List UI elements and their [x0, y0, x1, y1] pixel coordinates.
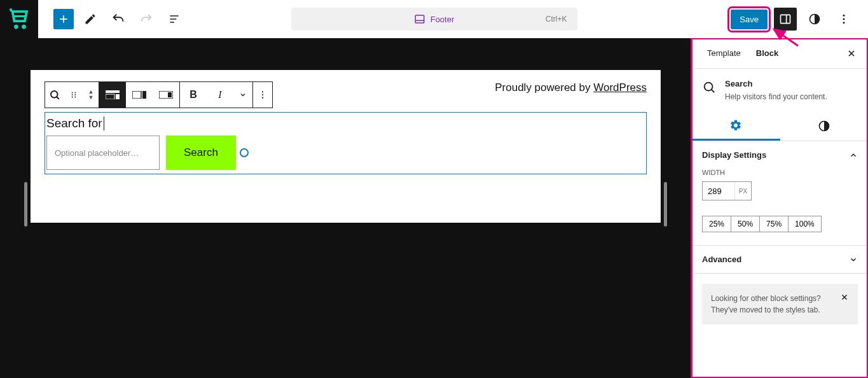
settings-sidebar: Template Block Search Help visitors find…	[691, 38, 868, 378]
editor-canvas[interactable]: ▲ ▼	[31, 70, 661, 223]
svg-point-22	[262, 91, 263, 92]
width-unit[interactable]: PX	[734, 182, 751, 200]
svg-rect-2	[415, 15, 424, 23]
block-description: Help visitors find your content.	[725, 92, 827, 101]
shortcut-hint: Ctrl+K	[546, 15, 567, 24]
svg-rect-16	[106, 94, 114, 99]
advanced-header[interactable]: Advanced	[692, 246, 868, 273]
document-bar[interactable]: Footer Ctrl+K	[291, 8, 577, 31]
notice-close-button[interactable]	[840, 293, 849, 302]
redo-button[interactable]	[135, 8, 158, 31]
chevron-down-icon	[849, 255, 858, 264]
pct-50-button[interactable]: 50%	[731, 216, 760, 232]
pct-25-button[interactable]: 25%	[702, 216, 731, 232]
svg-point-13	[74, 94, 76, 95]
svg-point-12	[74, 92, 76, 94]
search-submit-button[interactable]: Search	[166, 136, 236, 170]
list-view-button[interactable]	[163, 8, 186, 31]
svg-rect-18	[132, 91, 141, 99]
width-input[interactable]: PX	[702, 181, 752, 200]
search-icon	[702, 80, 716, 101]
block-toolbar: ▲ ▼	[45, 81, 273, 108]
display-settings-header[interactable]: Display Settings	[692, 141, 868, 169]
sub-tab-styles[interactable]	[780, 111, 869, 141]
drag-handle[interactable]	[64, 82, 83, 108]
block-type-icon[interactable]	[45, 82, 64, 108]
percent-buttons: 25% 50% 75% 100%	[702, 216, 858, 232]
display-settings-body: Width PX 25% 50% 75% 100%	[692, 169, 868, 245]
pct-100-button[interactable]: 100%	[788, 216, 822, 232]
block-options-button[interactable]	[253, 82, 272, 108]
svg-rect-19	[142, 91, 146, 99]
sub-tabs	[692, 111, 868, 141]
top-toolbar: Footer Ctrl+K Save	[0, 0, 868, 38]
document-title: Footer	[431, 15, 455, 24]
canvas-resize-left[interactable]	[24, 182, 27, 227]
svg-point-8	[51, 91, 58, 98]
more-formatting-button[interactable]	[233, 82, 252, 108]
button-position-inside[interactable]	[153, 82, 179, 108]
svg-rect-21	[168, 92, 172, 97]
button-position-beside[interactable]	[126, 82, 153, 108]
powered-by-text: Proudly powered by WordPress	[495, 81, 647, 112]
block-title: Search	[725, 79, 827, 88]
notice-text: Looking for other block settings? They'v…	[711, 293, 832, 316]
canvas-resize-right[interactable]	[664, 182, 667, 227]
top-left-tools	[53, 8, 186, 31]
svg-point-6	[843, 18, 845, 20]
chevron-up-icon	[849, 151, 858, 160]
svg-point-0	[15, 26, 17, 28]
site-logo[interactable]	[0, 0, 38, 38]
svg-rect-15	[106, 90, 120, 93]
svg-point-1	[23, 26, 25, 28]
svg-point-14	[74, 97, 76, 98]
undo-button[interactable]	[107, 8, 130, 31]
svg-point-9	[72, 92, 73, 94]
search-block[interactable]: Search for Optional placeholder… Search	[45, 112, 647, 174]
sidebar-close-button[interactable]	[843, 45, 860, 62]
svg-point-7	[843, 22, 845, 24]
svg-point-10	[72, 94, 73, 95]
svg-point-25	[705, 83, 713, 91]
pct-75-button[interactable]: 75%	[759, 216, 789, 232]
search-label-input[interactable]: Search for	[46, 114, 645, 136]
svg-rect-17	[116, 94, 120, 99]
options-button[interactable]	[832, 8, 855, 31]
svg-point-23	[262, 94, 263, 95]
svg-rect-3	[781, 15, 790, 23]
svg-point-5	[843, 15, 845, 17]
wordpress-link[interactable]: WordPress	[593, 81, 647, 94]
chevron-down-icon[interactable]: ▼	[88, 95, 94, 101]
top-right-tools: Save	[731, 8, 868, 31]
add-block-button[interactable]	[53, 9, 74, 29]
width-value-field[interactable]	[703, 182, 734, 200]
search-placeholder-input[interactable]: Optional placeholder…	[46, 136, 160, 170]
save-button[interactable]: Save	[731, 10, 768, 29]
block-info: Search Help visitors find your content.	[692, 69, 868, 111]
label-toggle-button[interactable]	[99, 82, 126, 108]
sidebar-tabs: Template Block	[692, 38, 868, 69]
italic-button[interactable]: I	[207, 82, 233, 108]
editor-canvas-area: ▲ ▼	[0, 38, 691, 378]
settings-panel-toggle[interactable]	[774, 8, 797, 31]
move-buttons[interactable]: ▲ ▼	[83, 82, 99, 108]
width-label: Width	[702, 169, 858, 176]
svg-point-24	[262, 97, 263, 99]
styles-button[interactable]	[803, 8, 826, 31]
tools-button[interactable]	[79, 8, 102, 31]
sub-tab-settings[interactable]	[692, 111, 780, 141]
svg-point-11	[72, 97, 73, 98]
bold-button[interactable]: B	[180, 82, 207, 108]
tab-template[interactable]: Template	[699, 38, 748, 69]
styles-notice: Looking for other block settings? They'v…	[702, 284, 858, 325]
tab-block[interactable]: Block	[748, 38, 786, 69]
resize-handle[interactable]	[240, 148, 249, 157]
